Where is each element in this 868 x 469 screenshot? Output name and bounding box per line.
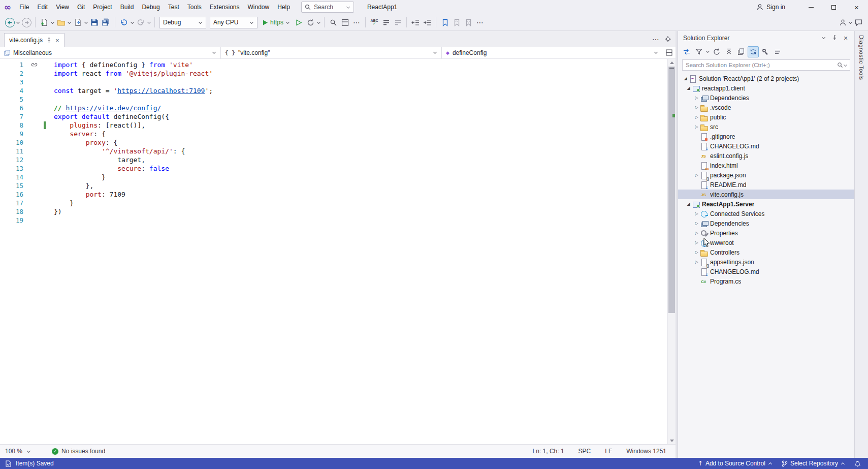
- decrease-indent-button[interactable]: [410, 16, 421, 29]
- configuration-dropdown[interactable]: Debug: [159, 17, 206, 28]
- menu-edit[interactable]: Edit: [34, 0, 52, 14]
- open-file-button[interactable]: [55, 16, 67, 29]
- caret-position-label[interactable]: Ln: 1, Ch: 1: [533, 448, 564, 455]
- expander-icon[interactable]: ▷: [693, 96, 700, 100]
- bookmarks-overflow-button[interactable]: ⋯: [474, 16, 486, 29]
- tree-item-controllers[interactable]: ▷Controllers: [678, 247, 854, 257]
- tree-item-src[interactable]: ▷src: [678, 122, 854, 132]
- expander-icon[interactable]: ▷: [693, 105, 700, 110]
- tree-item-wwwroot[interactable]: ▷wwwroot: [678, 238, 854, 247]
- previous-bookmark-button[interactable]: [451, 16, 462, 29]
- select-repository-button[interactable]: Select Repository: [782, 460, 845, 467]
- tree-item-vite-config-js[interactable]: vite.config.js: [678, 190, 854, 199]
- tree-item-readme-md[interactable]: README.md: [678, 180, 854, 190]
- feedback-button[interactable]: [853, 16, 864, 29]
- code-line-1[interactable]: 1import { defineConfig } from 'vite': [0, 60, 667, 69]
- increase-indent-button[interactable]: [422, 16, 433, 29]
- notifications-bell-icon[interactable]: [854, 460, 861, 467]
- menu-test[interactable]: Test: [164, 0, 183, 14]
- expander-icon[interactable]: ▷: [693, 124, 700, 129]
- menu-git[interactable]: Git: [73, 0, 89, 14]
- code-line-10[interactable]: 10 proxy: {: [0, 138, 667, 147]
- redo-button[interactable]: [135, 16, 146, 29]
- tree-item-appsettings-json[interactable]: ▷appsettings.json: [678, 257, 854, 267]
- tab-diagnostic-tools[interactable]: Diagnostic Tools: [858, 35, 864, 458]
- tree-item-reactapp1-client[interactable]: ◢reactapp1.client: [678, 83, 854, 93]
- pin-icon[interactable]: [829, 33, 840, 44]
- code-line-11[interactable]: 11 '^/vintasoft/api/': {: [0, 147, 667, 155]
- sync-with-active-document-button[interactable]: [748, 46, 759, 57]
- menu-build[interactable]: Build: [116, 0, 138, 14]
- add-to-source-control-button[interactable]: ↑ Add to Source Control: [698, 460, 773, 467]
- code-line-2[interactable]: 2import react from '@vitejs/plugin-react…: [0, 69, 667, 78]
- menu-extensions[interactable]: Extensions: [206, 0, 244, 14]
- encoding-label[interactable]: Windows 1251: [626, 448, 666, 455]
- search-box[interactable]: Search: [301, 2, 354, 13]
- split-window-icon[interactable]: [662, 47, 676, 58]
- type-dropdown[interactable]: { } "vite.config": [221, 47, 442, 58]
- close-tab-icon[interactable]: ×: [55, 37, 59, 44]
- menu-tools[interactable]: Tools: [183, 0, 206, 14]
- tree-item-eslint-config-js[interactable]: eslint.config.js: [678, 151, 854, 161]
- code-line-8[interactable]: 8 plugins: [react()],: [0, 121, 667, 130]
- project-dropdown[interactable]: Miscellaneous: [0, 47, 221, 58]
- refresh-button[interactable]: [711, 46, 722, 57]
- code-map-button[interactable]: [339, 16, 350, 29]
- editor-scrollbar[interactable]: [667, 59, 676, 444]
- add-item-chevron-icon[interactable]: [84, 20, 88, 23]
- switch-views-button[interactable]: [681, 46, 692, 57]
- code-line-19[interactable]: 19: [0, 216, 667, 225]
- save-all-button[interactable]: [101, 16, 112, 29]
- tree-item-public[interactable]: ▷public: [678, 112, 854, 122]
- platform-dropdown[interactable]: Any CPU: [210, 17, 258, 28]
- back-history-chevron-icon[interactable]: [16, 20, 20, 23]
- menu-view[interactable]: View: [52, 0, 73, 14]
- save-button[interactable]: [89, 16, 100, 29]
- indentation-label[interactable]: SPC: [578, 448, 591, 455]
- expander-icon[interactable]: ▷: [693, 240, 700, 245]
- tree-item-vscode[interactable]: ▷.vscode: [678, 103, 854, 112]
- comment-button[interactable]: [380, 16, 392, 29]
- more-documents-icon[interactable]: ⋯: [652, 36, 659, 43]
- open-file-chevron-icon[interactable]: [68, 20, 71, 23]
- code-line-5[interactable]: 5: [0, 95, 667, 104]
- solution-search-input[interactable]: [683, 62, 837, 68]
- code-line-18[interactable]: 18}): [0, 207, 667, 216]
- show-all-files-button[interactable]: [735, 46, 747, 57]
- preview-selected-items-button[interactable]: [772, 46, 783, 57]
- find-in-files-button[interactable]: [328, 16, 339, 29]
- expander-icon[interactable]: ▷: [693, 211, 700, 216]
- new-file-button[interactable]: [39, 16, 50, 29]
- code-line-4[interactable]: 4const target = 'https://localhost:7109'…: [0, 86, 667, 95]
- spell-check-button[interactable]: ABC✓: [369, 16, 380, 29]
- tree-item-index-html[interactable]: index.html: [678, 161, 854, 170]
- tree-item-reactapp1-server[interactable]: ◢ReactApp1.Server: [678, 199, 854, 209]
- code-line-9[interactable]: 9 server: {: [0, 130, 667, 138]
- close-icon[interactable]: ×: [840, 33, 851, 44]
- tree-item-package-json[interactable]: ▷package.json: [678, 170, 854, 180]
- window-menu-chevron-icon[interactable]: [818, 33, 829, 44]
- code-line-13[interactable]: 13 secure: false: [0, 164, 667, 173]
- tab-vite-config-js[interactable]: vite.config.js ×: [4, 33, 65, 47]
- solution-search-box[interactable]: [682, 59, 850, 71]
- tree-item-dependencies[interactable]: ▷Dependencies: [678, 93, 854, 103]
- code-line-3[interactable]: 3: [0, 78, 667, 86]
- code-line-14[interactable]: 14 }: [0, 173, 667, 181]
- expander-icon[interactable]: ◢: [682, 76, 689, 81]
- navigate-back-button[interactable]: [4, 16, 15, 29]
- tree-item-changelog-md[interactable]: CHANGELOG.md: [678, 267, 854, 276]
- scrollbar-thumb[interactable]: [668, 67, 675, 313]
- code-line-16[interactable]: 16 port: 7109: [0, 190, 667, 199]
- undo-button[interactable]: [118, 16, 130, 29]
- start-without-debugging-button[interactable]: [293, 16, 304, 29]
- maximize-button[interactable]: [822, 0, 845, 14]
- scrollbar-down-icon[interactable]: [668, 437, 676, 444]
- pending-changes-filter-button[interactable]: [693, 46, 704, 57]
- expander-icon[interactable]: ▷: [693, 221, 700, 226]
- pin-icon[interactable]: [46, 38, 52, 43]
- code-editor[interactable]: 1import { defineConfig } from 'vite'2imp…: [0, 59, 676, 444]
- sign-in-button[interactable]: Sign in: [756, 4, 785, 11]
- member-dropdown[interactable]: ◆ defineConfig: [442, 47, 662, 58]
- add-item-button[interactable]: [72, 16, 83, 29]
- code-line-7[interactable]: 7export default defineConfig({: [0, 112, 667, 121]
